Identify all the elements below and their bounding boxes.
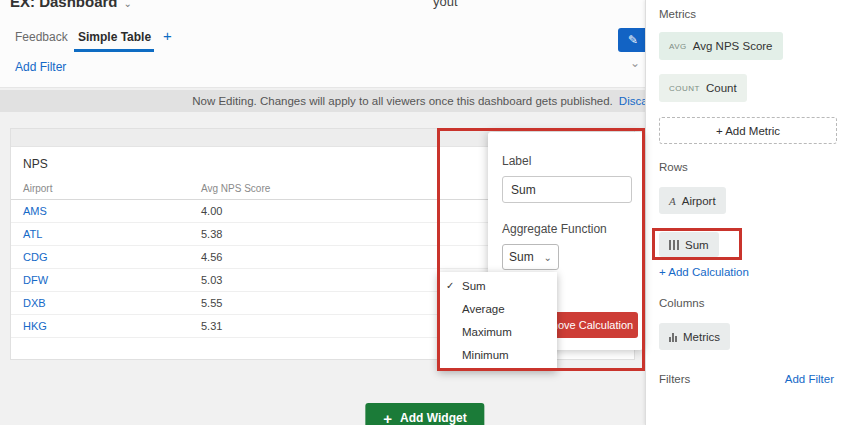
metric-label: Avg NPS Score: [693, 40, 773, 52]
page-title: EX: Dashboard⌄: [10, 0, 132, 10]
airport-link[interactable]: ATL: [23, 228, 42, 240]
dropdown-option-label: Average: [462, 303, 505, 315]
sidebar-add-filter-link[interactable]: Add Filter: [785, 373, 834, 385]
add-filter-link[interactable]: Add Filter: [15, 60, 66, 74]
metric-type-label: COUNT: [669, 84, 700, 93]
row-chip-label: Airport: [682, 195, 716, 207]
chevron-down-icon: ⌄: [544, 252, 552, 263]
add-metric-button[interactable]: + Add Metric: [659, 117, 837, 144]
row-chip-sum[interactable]: Sum: [659, 232, 719, 257]
airport-link[interactable]: DFW: [23, 274, 48, 286]
plus-icon: +: [383, 410, 392, 425]
dropdown-option-minimum[interactable]: Minimum: [438, 343, 557, 366]
chevron-down-icon[interactable]: ⌄: [124, 0, 132, 9]
dashboard-screen: EX: Dashboard⌄ yout Feedback Simple Tabl…: [0, 0, 850, 425]
columns-heading: Columns: [659, 297, 704, 309]
row-chip-label: Sum: [685, 239, 709, 251]
airport-link[interactable]: AMS: [23, 205, 47, 217]
label-input[interactable]: [502, 176, 632, 203]
column-chip-metrics[interactable]: Metrics: [659, 323, 730, 350]
dropdown-option-maximum[interactable]: Maximum: [438, 320, 557, 343]
calculation-icon: [669, 240, 679, 250]
airport-link[interactable]: HKG: [23, 320, 47, 332]
page-title-text: EX: Dashboard: [10, 0, 118, 10]
dropdown-option-average[interactable]: Average: [438, 297, 557, 320]
row-chip-airport[interactable]: A Airport: [659, 187, 726, 214]
add-tab-button[interactable]: +: [163, 27, 172, 44]
metric-type-label: AVG: [669, 42, 687, 51]
label-heading: Label: [502, 154, 531, 168]
airport-link[interactable]: DXB: [23, 297, 46, 309]
widget-editor-sidebar: Metrics AVG Avg NPS Score COUNT Count + …: [645, 0, 850, 425]
add-widget-label: Add Widget: [400, 411, 467, 425]
tab-feedback[interactable]: Feedback: [15, 30, 68, 44]
column-header-airport[interactable]: Airport: [23, 183, 201, 194]
dropdown-option-label: Minimum: [462, 349, 509, 361]
pencil-icon: ✎: [628, 33, 638, 47]
bar-chart-icon: [669, 332, 677, 342]
active-tab-underline: [74, 49, 154, 52]
filters-heading: Filters: [659, 373, 690, 385]
rows-heading: Rows: [659, 161, 688, 173]
aggregate-selected-value: Sum: [509, 250, 534, 264]
column-chip-label: Metrics: [683, 331, 720, 343]
collapse-chevron-icon[interactable]: ⌄: [630, 56, 640, 70]
clipped-toolbar-text: yout: [433, 0, 458, 9]
metric-label: Count: [706, 82, 737, 94]
dropdown-option-label: Maximum: [462, 326, 512, 338]
add-calculation-link[interactable]: + Add Calculation: [659, 266, 749, 278]
aggregate-dropdown-menu: ✓ Sum Average Maximum Minimum: [438, 272, 557, 371]
metric-chip-avg-nps[interactable]: AVG Avg NPS Score: [659, 32, 783, 60]
aggregate-function-heading: Aggregate Function: [502, 222, 607, 236]
text-field-icon: A: [669, 195, 676, 207]
edit-dashboard-button[interactable]: ✎: [618, 28, 648, 52]
airport-link[interactable]: CDG: [23, 251, 47, 263]
dropdown-option-sum[interactable]: ✓ Sum: [438, 274, 557, 297]
check-icon: ✓: [446, 280, 454, 291]
metrics-heading: Metrics: [659, 8, 696, 20]
aggregate-function-select[interactable]: Sum ⌄: [502, 244, 559, 270]
add-widget-button[interactable]: + Add Widget: [365, 403, 484, 425]
tab-simple-table[interactable]: Simple Table: [78, 30, 151, 44]
dropdown-option-label: Sum: [462, 280, 486, 292]
metric-chip-count[interactable]: COUNT Count: [659, 74, 747, 102]
editing-banner-message: Now Editing. Changes will apply to all v…: [192, 95, 613, 107]
